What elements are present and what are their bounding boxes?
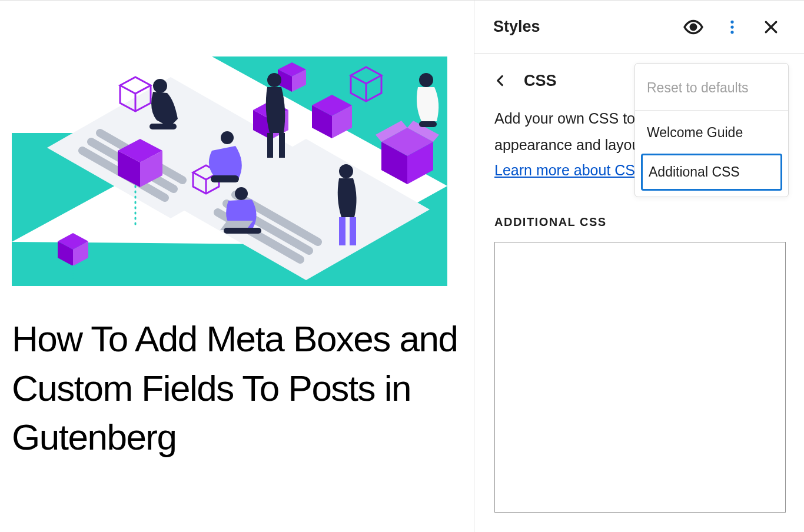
svg-point-45 bbox=[235, 187, 248, 200]
svg-point-51 bbox=[419, 73, 433, 87]
svg-rect-47 bbox=[224, 228, 261, 234]
kebab-icon bbox=[723, 18, 741, 36]
close-icon bbox=[762, 18, 780, 36]
menu-item-welcome-guide[interactable]: Welcome Guide bbox=[635, 114, 788, 151]
svg-rect-50 bbox=[350, 217, 356, 245]
svg-rect-49 bbox=[339, 217, 345, 245]
svg-rect-44 bbox=[211, 175, 239, 182]
svg-marker-27 bbox=[120, 77, 151, 94]
chevron-left-icon bbox=[493, 73, 508, 88]
menu-separator bbox=[635, 110, 788, 111]
subpanel-title: CSS bbox=[524, 72, 557, 90]
svg-point-48 bbox=[339, 164, 353, 178]
styles-sidebar: Styles CSS Add your own CSS to customize… bbox=[474, 1, 804, 532]
menu-item-additional-css[interactable]: Additional CSS bbox=[641, 154, 782, 191]
additional-css-textarea[interactable] bbox=[494, 242, 786, 513]
back-button[interactable] bbox=[491, 71, 510, 90]
learn-more-link[interactable]: Learn more about CSS bbox=[494, 162, 645, 179]
additional-css-label: ADDITIONAL CSS bbox=[494, 215, 784, 229]
svg-point-55 bbox=[690, 24, 696, 30]
more-options-button[interactable] bbox=[718, 13, 746, 41]
eye-icon bbox=[683, 16, 704, 38]
options-menu: Reset to defaults Welcome Guide Addition… bbox=[634, 63, 789, 197]
post-title[interactable]: How To Add Meta Boxes and Custom Fields … bbox=[12, 314, 462, 462]
sidebar-header: Styles bbox=[474, 1, 804, 54]
svg-rect-52 bbox=[419, 121, 437, 127]
menu-item-reset-defaults: Reset to defaults bbox=[635, 69, 788, 107]
style-book-button[interactable] bbox=[679, 13, 707, 41]
close-sidebar-button[interactable] bbox=[757, 13, 785, 41]
svg-point-56 bbox=[730, 20, 733, 23]
svg-point-40 bbox=[267, 73, 281, 87]
svg-rect-42 bbox=[279, 133, 285, 158]
sidebar-title: Styles bbox=[493, 18, 679, 36]
svg-point-43 bbox=[221, 131, 234, 144]
svg-point-58 bbox=[730, 31, 733, 34]
featured-image[interactable] bbox=[12, 56, 447, 286]
svg-rect-39 bbox=[149, 124, 177, 129]
editor-canvas[interactable]: How To Add Meta Boxes and Custom Fields … bbox=[0, 1, 474, 532]
svg-rect-41 bbox=[267, 133, 273, 158]
svg-point-57 bbox=[730, 25, 733, 28]
svg-point-38 bbox=[153, 79, 167, 93]
